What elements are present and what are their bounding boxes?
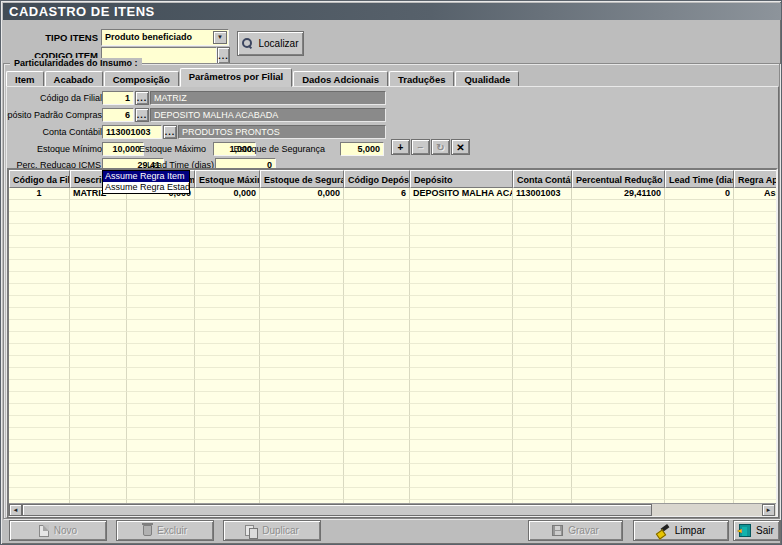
grid-empty-cell [127,296,195,308]
tab-traduções[interactable]: Traduções [389,71,455,87]
scrollbar-thumb[interactable] [22,504,652,516]
grid-empty-cell [344,212,410,224]
dropdown-option-assume-regra-item[interactable]: Assume Regra Item [103,171,189,182]
grid-empty-cell [70,380,127,392]
grid-cell[interactable]: 0,000 [260,188,344,200]
scroll-left-arrow-icon[interactable]: ◄ [9,504,22,516]
grid-cell[interactable]: 0 [665,188,734,200]
dropdown-option-assume-regra-estado[interactable]: Assume Regra Estado [103,182,189,193]
grid-empty-cell [665,476,734,488]
grid-horizontal-scrollbar[interactable]: ◄ ► [9,503,776,516]
deposito-padrao-browse-button[interactable]: ... [135,108,149,122]
grid-empty-cell [344,464,410,476]
grid-cell[interactable]: Assume Regra Item [734,188,778,200]
grid-empty-row [9,368,778,380]
estoque-minimo-input[interactable]: 10,000 [102,142,144,156]
codigo-filial-browse-button[interactable]: ... [135,91,149,105]
tab-parâmetros-por-filial[interactable]: Parâmetros por Filial [180,68,293,87]
codigo-item-browse-button[interactable]: ... [217,47,230,64]
grid-empty-cell [70,368,127,380]
gravar-button[interactable]: Gravar [528,520,623,541]
grid-column-header[interactable]: Código Depósito [344,170,410,188]
grid-empty-cell [572,488,665,500]
grid-empty-cell [195,224,260,236]
refresh-record-button[interactable]: ↻ [431,139,450,155]
grid-cell[interactable]: 113001003 [513,188,572,200]
grid-column-header[interactable]: Estoque de Segurança [260,170,344,188]
grid-empty-cell [410,296,513,308]
grid-column-header[interactable]: Percentual Redução Icms [572,170,665,188]
tab-acabado[interactable]: Acabado [45,71,103,87]
grid-empty-cell [410,464,513,476]
tipo-itens-dropdown-arrow-icon[interactable]: ▼ [213,31,227,44]
tab-item[interactable]: Item [6,71,44,87]
grid-empty-cell [260,260,344,272]
grid-empty-cell [70,236,127,248]
grid-column-header[interactable]: Código da Filial [9,170,70,188]
cancel-record-button[interactable]: ✕ [451,139,470,155]
deposito-padrao-input[interactable]: 6 [102,108,134,122]
grid-empty-cell [572,320,665,332]
grid-cell[interactable]: 6 [344,188,410,200]
grid-empty-cell [260,236,344,248]
novo-button[interactable]: Novo [9,520,107,541]
grid-empty-cell [665,440,734,452]
codigo-filial-input[interactable]: 1 [102,91,134,105]
duplicar-label: Duplicar [262,525,299,536]
grid-column-header[interactable]: Estoque Máximo [195,170,260,188]
grid-empty-cell [260,404,344,416]
delete-record-button[interactable]: − [411,139,430,155]
tab-qualidade[interactable]: Qualidade [455,71,519,87]
grid-column-header[interactable]: Conta Contábil [513,170,572,188]
grid-empty-cell [410,380,513,392]
grid-empty-cell [70,224,127,236]
estoque-seguranca-input[interactable]: 5,000 [340,142,384,156]
grid-empty-cell [195,236,260,248]
grid-column-header[interactable]: Depósito [410,170,513,188]
grid-column-header[interactable]: Lead Time (dias) [665,170,734,188]
grid-empty-cell [665,272,734,284]
grid-empty-cell [513,404,572,416]
grid-cell[interactable]: DEPOSITO MALHA ACABADA [410,188,513,200]
limpar-button[interactable]: Limpar [633,520,729,541]
grid-empty-cell [665,260,734,272]
regra-icms-dropdown-list: Assume Regra Item Assume Regra Estado [102,170,190,194]
grid-empty-cell [513,344,572,356]
grid-empty-cell [410,476,513,488]
conta-contabil-input[interactable]: 113001003 [102,125,162,139]
grid-empty-cell [195,200,260,212]
insert-record-button[interactable]: + [391,139,410,155]
grid-empty-cell [665,488,734,500]
grid-empty-cell [344,356,410,368]
localizar-button[interactable]: Localizar [237,31,304,56]
grid-empty-row [9,344,778,356]
grid-empty-cell [70,404,127,416]
grid-cell[interactable]: 1 [9,188,70,200]
grid-empty-cell [260,224,344,236]
sair-button[interactable]: Sair [733,520,780,541]
exit-door-icon [739,524,751,537]
grid-empty-cell [70,488,127,500]
excluir-button[interactable]: Excluir [116,520,214,541]
grid-empty-row [9,260,778,272]
scroll-right-arrow-icon[interactable]: ► [762,504,775,516]
tab-composição[interactable]: Composição [104,71,179,87]
tipo-itens-combobox[interactable]: Produto beneficiado ▼ [101,29,229,46]
grid-empty-cell [513,284,572,296]
grid-column-header[interactable]: Regra Aplicação [734,170,778,188]
grid-empty-row [9,428,778,440]
excluir-label: Excluir [157,525,187,536]
grid-empty-cell [9,476,70,488]
tab-dados-adcionais[interactable]: Dados Adcionais [293,71,388,87]
grid-empty-cell [572,440,665,452]
estoque-seguranca-label: Estoque de Segurança [233,144,325,154]
grid-empty-cell [734,260,778,272]
grid-cell[interactable]: 0,000 [195,188,260,200]
duplicar-button[interactable]: Duplicar [223,520,321,541]
conta-contabil-browse-button[interactable]: ... [163,125,177,139]
grid-empty-cell [734,236,778,248]
grid-empty-cell [127,332,195,344]
grid-empty-cell [195,404,260,416]
grid-empty-cell [195,320,260,332]
grid-cell[interactable]: 29,41100 [572,188,665,200]
